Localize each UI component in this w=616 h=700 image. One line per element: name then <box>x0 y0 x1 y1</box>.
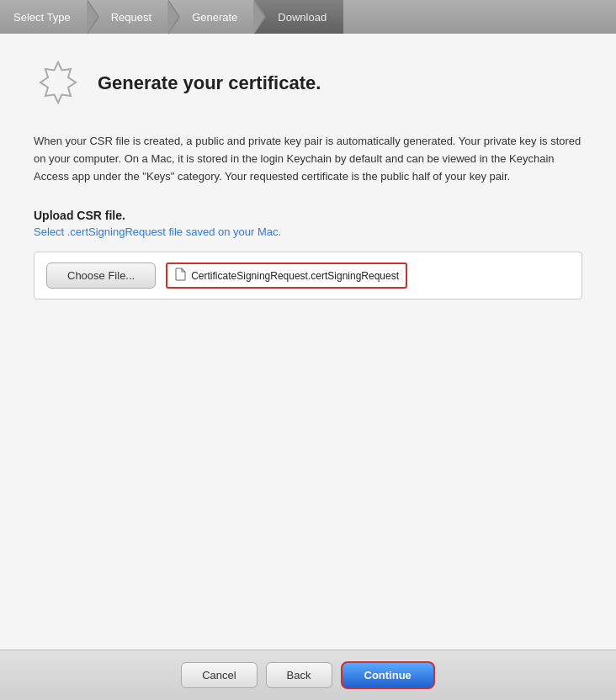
continue-button[interactable]: Continue <box>341 661 435 689</box>
file-picker-box: Choose File... CertificateSigningRequest… <box>34 252 582 300</box>
choose-file-button[interactable]: Choose File... <box>46 262 156 289</box>
file-doc-icon <box>174 268 186 284</box>
main-content: Generate your certificate. When your CSR… <box>0 34 616 650</box>
upload-label: Upload CSR file. <box>34 209 582 222</box>
page-title: Generate your certificate. <box>98 72 321 94</box>
back-button[interactable]: Back <box>266 662 332 688</box>
breadcrumb-bar: Select Type Request Generate Download <box>0 0 616 34</box>
bc-step-generate[interactable]: Generate <box>168 0 254 34</box>
bc-step-select-type[interactable]: Select Type <box>0 0 88 34</box>
page-description: When your CSR file is created, a public … <box>34 133 582 185</box>
page-header: Generate your certificate. <box>34 59 582 108</box>
file-name-box: CertificateSigningRequest.certSigningReq… <box>166 262 407 289</box>
bc-step-request[interactable]: Request <box>88 0 168 34</box>
upload-hint: Select .certSigningRequest file saved on… <box>34 225 582 238</box>
cancel-button[interactable]: Cancel <box>181 662 257 688</box>
bc-step-download[interactable]: Download <box>254 0 343 34</box>
footer: Cancel Back Continue <box>0 650 616 700</box>
certificate-icon <box>34 59 82 108</box>
file-name-text: CertificateSigningRequest.certSigningReq… <box>191 270 399 282</box>
